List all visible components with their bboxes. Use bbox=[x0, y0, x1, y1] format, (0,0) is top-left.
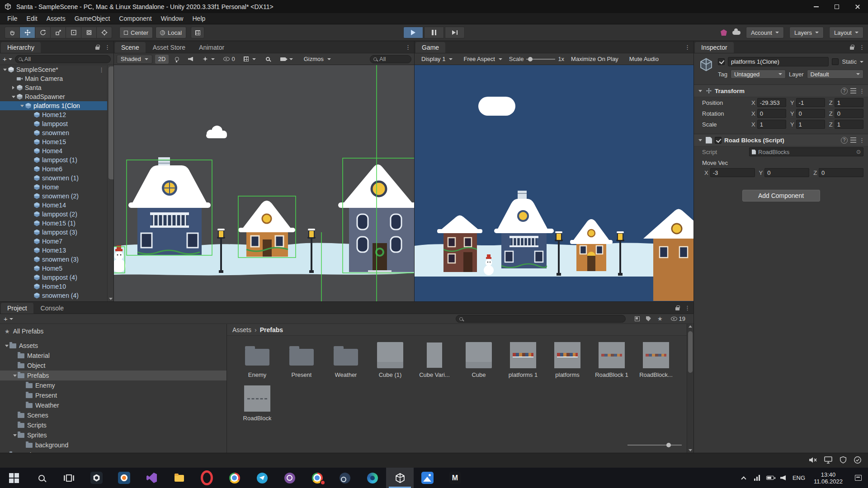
hierarchy-item[interactable]: Home5 bbox=[0, 264, 107, 273]
hierarchy-item[interactable]: platforms 1(Clon bbox=[0, 101, 107, 110]
asset-weather[interactable]: Weather bbox=[324, 342, 368, 378]
project-folder-sprites[interactable]: Sprites bbox=[0, 430, 226, 440]
hierarchy-item[interactable]: snowmen (2) bbox=[0, 192, 107, 201]
active-checkbox[interactable] bbox=[718, 58, 725, 65]
foldout-down-icon[interactable] bbox=[12, 375, 18, 377]
scrollbar-thumb[interactable] bbox=[688, 331, 693, 373]
asset-roadblock-1[interactable]: RoadBlock 1 bbox=[590, 342, 634, 378]
asset-platforms-1[interactable]: platforms 1 bbox=[501, 342, 545, 378]
menu-edit[interactable]: Edit bbox=[22, 13, 42, 24]
position-z-field[interactable] bbox=[835, 98, 863, 107]
project-search[interactable] bbox=[456, 315, 626, 323]
hierarchy-item[interactable]: RoadSpawner bbox=[0, 92, 107, 101]
close-button[interactable] bbox=[847, 0, 868, 13]
project-folder-present[interactable]: Present bbox=[0, 390, 226, 400]
menu-gameobject[interactable]: GameObject bbox=[70, 13, 115, 24]
scale-tool-button[interactable] bbox=[51, 27, 66, 38]
hierarchy-item[interactable]: SampleScene*⋮ bbox=[0, 65, 107, 74]
hierarchy-item[interactable]: lamppost (1) bbox=[0, 155, 107, 164]
move-tool-button[interactable] bbox=[20, 27, 35, 38]
tag-dropdown[interactable]: Untagged bbox=[731, 70, 786, 79]
move-vec-z-field[interactable] bbox=[819, 168, 863, 177]
panel-menu-icon[interactable]: ⋮ bbox=[405, 44, 411, 50]
shield-icon[interactable] bbox=[839, 456, 847, 464]
lighting-toggle[interactable] bbox=[171, 55, 182, 64]
panel-menu-icon[interactable]: ⋮ bbox=[684, 44, 690, 50]
asset-cube-vari[interactable]: Cube Vari... bbox=[412, 342, 457, 378]
hierarchy-item[interactable]: Santa bbox=[0, 83, 107, 92]
shading-mode-dropdown[interactable]: Shaded bbox=[117, 55, 152, 64]
hierarchy-search[interactable] bbox=[15, 55, 111, 63]
breadcrumb-assets[interactable]: Assets bbox=[232, 326, 251, 333]
hierarchy-item[interactable]: lamppost (2) bbox=[0, 210, 107, 219]
cloud-collab-icon[interactable] bbox=[732, 31, 741, 35]
hierarchy-item[interactable]: Home13 bbox=[0, 246, 107, 255]
scroll-up-icon[interactable] bbox=[687, 325, 693, 328]
create-object-button[interactable]: + bbox=[3, 55, 12, 63]
foldout-right-icon[interactable] bbox=[10, 86, 16, 89]
asset-cube-1[interactable]: Cube (1) bbox=[368, 342, 412, 378]
custom-tool-button[interactable] bbox=[97, 27, 112, 38]
tab-scene[interactable]: Scene bbox=[115, 42, 146, 53]
move-vec-x-field[interactable] bbox=[710, 168, 755, 177]
tab-inspector[interactable]: Inspector bbox=[695, 42, 734, 53]
road-blocks-component-header[interactable]: Road Blocks (Script) ? ⋮ bbox=[694, 134, 868, 146]
pan-tool-button[interactable] bbox=[5, 27, 20, 38]
maximize-button[interactable] bbox=[826, 0, 847, 13]
script-object-field[interactable]: RoadBlocks ⊙ bbox=[749, 147, 863, 156]
lock-icon[interactable] bbox=[675, 307, 679, 310]
transform-component-header[interactable]: Transform ? ⋮ bbox=[694, 84, 868, 97]
account-dropdown[interactable]: Account bbox=[746, 27, 784, 38]
foldout-down-icon[interactable] bbox=[4, 345, 9, 347]
menu-component[interactable]: Component bbox=[114, 13, 156, 24]
static-checkbox[interactable] bbox=[832, 58, 839, 65]
hierarchy-scrollbar[interactable] bbox=[107, 65, 113, 301]
grid-snap-button[interactable] bbox=[191, 27, 204, 38]
transform-tool-button[interactable] bbox=[81, 27, 97, 38]
scale-z-field[interactable] bbox=[835, 120, 863, 129]
project-scrollbar[interactable] bbox=[687, 324, 693, 453]
menu-window[interactable]: Window bbox=[156, 13, 188, 24]
taskbar-app-app-m-icon[interactable]: M bbox=[441, 468, 469, 488]
tab-console[interactable]: Console bbox=[34, 303, 70, 314]
hidden-objects-toggle[interactable]: 0 bbox=[222, 56, 236, 62]
help-icon[interactable]: ? bbox=[841, 88, 848, 94]
hierarchy-item[interactable]: Main Camera bbox=[0, 74, 107, 83]
asset-enemy[interactable]: Enemy bbox=[235, 342, 279, 378]
scale-x-field[interactable] bbox=[757, 120, 786, 129]
tab-game[interactable]: Game bbox=[415, 42, 445, 53]
hierarchy-item[interactable]: Home12 bbox=[0, 110, 107, 119]
hierarchy-item[interactable]: Home6 bbox=[0, 164, 107, 174]
asset-cube[interactable]: Cube bbox=[457, 342, 501, 378]
scene-viewport[interactable] bbox=[114, 65, 414, 301]
hierarchy-item[interactable]: Home15 bbox=[0, 137, 107, 146]
foldout-down-icon[interactable] bbox=[10, 96, 16, 98]
component-menu-icon[interactable]: ⋮ bbox=[859, 137, 865, 143]
position-y-field[interactable] bbox=[796, 98, 825, 107]
asset-present[interactable]: Present bbox=[279, 342, 324, 378]
scroll-down-icon[interactable] bbox=[687, 449, 693, 451]
gizmos-dropdown[interactable]: Gizmos bbox=[300, 55, 335, 64]
volume-icon[interactable] bbox=[777, 468, 789, 488]
hidden-packages-count[interactable]: 19 bbox=[669, 315, 687, 322]
project-folder-scenes[interactable]: Scenes bbox=[0, 410, 226, 420]
battery-icon[interactable] bbox=[763, 468, 777, 488]
search-by-label-icon[interactable] bbox=[646, 316, 651, 321]
hierarchy-item[interactable]: snowmen bbox=[0, 128, 107, 137]
tab-hierarchy[interactable]: Hierarchy bbox=[1, 42, 41, 53]
move-vec-y-field[interactable] bbox=[764, 168, 809, 177]
hierarchy-item[interactable]: Home14 bbox=[0, 201, 107, 210]
project-folder-weather[interactable]: Weather bbox=[0, 400, 226, 410]
layer-dropdown[interactable]: Default bbox=[807, 70, 864, 79]
static-dropdown-icon[interactable] bbox=[860, 61, 863, 63]
object-name-field[interactable] bbox=[728, 57, 829, 66]
project-folder-object[interactable]: Object bbox=[0, 361, 226, 371]
task-view-button[interactable] bbox=[55, 468, 83, 488]
network-icon[interactable] bbox=[750, 468, 763, 488]
create-asset-button[interactable]: + bbox=[4, 315, 13, 323]
audio-toggle[interactable] bbox=[185, 55, 196, 64]
tray-overflow-button[interactable] bbox=[737, 468, 750, 488]
pivot-button[interactable]: Center bbox=[119, 27, 153, 38]
taskbar-search-button[interactable] bbox=[28, 468, 55, 488]
hierarchy-item[interactable]: snowmen (3) bbox=[0, 255, 107, 264]
